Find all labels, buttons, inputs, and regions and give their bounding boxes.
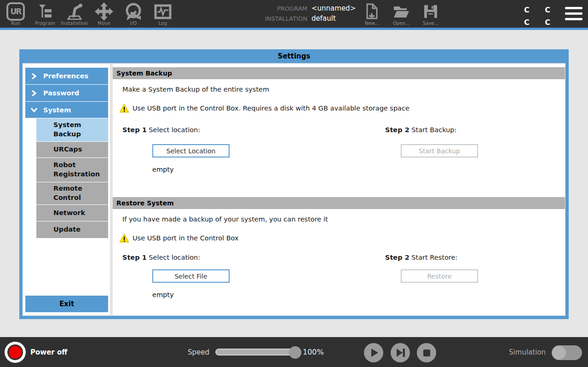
stop-icon bbox=[417, 343, 436, 362]
warning-icon bbox=[119, 104, 129, 113]
restore-button[interactable]: Restore bbox=[401, 269, 478, 283]
chevron-right-icon bbox=[30, 72, 38, 80]
restore-step1-text: Select location: bbox=[149, 254, 200, 261]
power-red-indicator bbox=[9, 346, 22, 359]
save-button[interactable]: Save... bbox=[416, 2, 445, 26]
tab-log-label: Log bbox=[159, 21, 167, 26]
installation-label: INSTALLATION bbox=[258, 15, 307, 22]
sidebar-item-system-backup[interactable]: System Backup bbox=[36, 118, 108, 141]
sidebar-item-label: Preferences bbox=[43, 72, 88, 80]
header-accent-strip bbox=[0, 28, 588, 30]
top-bar: UR Run Program Installation Move I/O bbox=[0, 0, 588, 30]
backup-description: Make a System Backup of the entire syste… bbox=[122, 86, 269, 93]
chevron-right-icon bbox=[30, 89, 38, 97]
tab-program[interactable]: Program bbox=[30, 0, 60, 28]
sidebar-subitem-label: Remote Control bbox=[53, 184, 103, 202]
tab-installation-label: Installation bbox=[61, 21, 88, 26]
backup-warning-text: Use USB port in the Control Box. Require… bbox=[133, 105, 409, 112]
backup-warning: Use USB port in the Control Box. Require… bbox=[119, 104, 409, 113]
open-button-label: Open... bbox=[393, 21, 409, 26]
restore-warning: Use USB port in the Control Box bbox=[119, 233, 239, 243]
sidebar-subitem-label: Update bbox=[53, 225, 81, 234]
status-row-2: C C bbox=[524, 16, 557, 29]
open-button[interactable]: Open... bbox=[386, 2, 416, 26]
sidebar-item-system[interactable]: System bbox=[25, 102, 108, 118]
backup-step2-text: Start Backup: bbox=[411, 126, 456, 134]
backup-location-value: empty bbox=[152, 166, 174, 173]
ur-logo-icon: UR bbox=[6, 2, 25, 21]
backup-step1-label: Step 1 bbox=[122, 126, 147, 134]
play-icon bbox=[364, 343, 383, 362]
sidebar-item-label: Password bbox=[43, 89, 79, 97]
settings-dialog: Settings Preferences Password bbox=[19, 49, 569, 319]
speed-label: Speed bbox=[188, 337, 209, 367]
program-icon bbox=[37, 2, 53, 21]
tab-installation[interactable]: Installation bbox=[60, 0, 89, 28]
select-file-button[interactable]: Select File bbox=[152, 269, 230, 283]
simulation-toggle-knob bbox=[552, 346, 566, 360]
sidebar-item-update[interactable]: Update bbox=[36, 221, 108, 238]
sidebar-item-password[interactable]: Password bbox=[25, 85, 108, 101]
speed-slider-knob[interactable] bbox=[289, 346, 301, 359]
tab-run[interactable]: UR Run bbox=[1, 0, 30, 28]
select-location-button[interactable]: Select Location bbox=[152, 144, 230, 157]
tab-io-label: I/O bbox=[130, 21, 137, 26]
status-indicator: C C C C bbox=[524, 4, 557, 29]
backup-steps: Step 1 Select location: Step 2 Start Bac… bbox=[122, 126, 565, 134]
restore-step2-text: Start Restore: bbox=[411, 254, 457, 261]
restore-description: If you have made a backup of your system… bbox=[122, 216, 328, 223]
tab-log[interactable]: Log bbox=[148, 0, 178, 28]
main-nav-tabs: UR Run Program Installation Move I/O bbox=[1, 0, 178, 28]
sidebar-item-urcaps[interactable]: URCaps bbox=[36, 142, 108, 157]
program-name-value: <unnamed> bbox=[311, 4, 356, 12]
sidebar-item-remote-control[interactable]: Remote Control bbox=[36, 182, 108, 204]
installation-name-value: default bbox=[311, 14, 336, 23]
chevron-down-icon bbox=[30, 106, 38, 114]
open-folder-icon bbox=[393, 2, 409, 21]
step-button[interactable] bbox=[391, 343, 410, 362]
restore-step2-label: Step 2 bbox=[385, 254, 409, 261]
status-row-1: C C bbox=[524, 4, 557, 16]
sidebar-subitem-label: Robot Registration bbox=[53, 161, 103, 179]
restore-warning-text: Use USB port in the Control Box bbox=[133, 234, 239, 242]
restore-section-header: Restore System bbox=[113, 197, 565, 209]
sidebar-item-preferences[interactable]: Preferences bbox=[25, 68, 108, 84]
sidebar-subitem-label: Network bbox=[53, 209, 85, 218]
dialog-title: Settings bbox=[19, 49, 569, 63]
log-icon bbox=[154, 2, 172, 21]
program-info: PROGRAM <unnamed> INSTALLATION default bbox=[258, 4, 356, 24]
tab-program-label: Program bbox=[35, 21, 55, 26]
file-actions: New... Open... Save... bbox=[357, 2, 445, 26]
exit-button[interactable]: Exit bbox=[25, 296, 108, 312]
save-floppy-icon bbox=[423, 2, 438, 21]
sidebar-item-robot-registration[interactable]: Robot Registration bbox=[36, 158, 108, 182]
sidebar-subitem-label: URCaps bbox=[53, 145, 82, 154]
new-button-label: New... bbox=[365, 21, 379, 26]
program-label: PROGRAM bbox=[258, 5, 307, 12]
save-button-label: Save... bbox=[423, 21, 438, 26]
restore-location-value: empty bbox=[152, 291, 174, 298]
simulation-toggle[interactable] bbox=[552, 345, 582, 360]
power-status-button[interactable] bbox=[5, 342, 26, 363]
restore-step1-label: Step 1 bbox=[122, 254, 147, 261]
tab-io[interactable]: I/O bbox=[119, 0, 148, 28]
robot-arm-icon bbox=[65, 2, 84, 21]
start-backup-button[interactable]: Start Backup bbox=[401, 144, 478, 157]
settings-sidebar: Preferences Password System System Backu… bbox=[23, 64, 110, 315]
sidebar-subitem-label: System Backup bbox=[53, 121, 103, 139]
stop-button[interactable] bbox=[417, 343, 436, 362]
system-backup-page: System Backup Make a System Backup of th… bbox=[113, 64, 565, 315]
restore-steps: Step 1 Select location: Step 2 Start Res… bbox=[122, 254, 565, 261]
step-forward-icon bbox=[391, 343, 410, 362]
hamburger-menu-icon[interactable] bbox=[565, 7, 582, 20]
play-button[interactable] bbox=[364, 343, 383, 362]
tab-move[interactable]: Move bbox=[89, 0, 119, 28]
backup-step2-label: Step 2 bbox=[385, 126, 409, 134]
speed-slider[interactable] bbox=[215, 349, 301, 355]
warning-icon bbox=[119, 233, 129, 243]
sidebar-item-label: System bbox=[43, 106, 71, 114]
tab-run-label: Run bbox=[11, 21, 20, 26]
move-icon bbox=[95, 2, 113, 21]
new-button[interactable]: New... bbox=[357, 2, 386, 26]
sidebar-item-network[interactable]: Network bbox=[36, 205, 108, 221]
